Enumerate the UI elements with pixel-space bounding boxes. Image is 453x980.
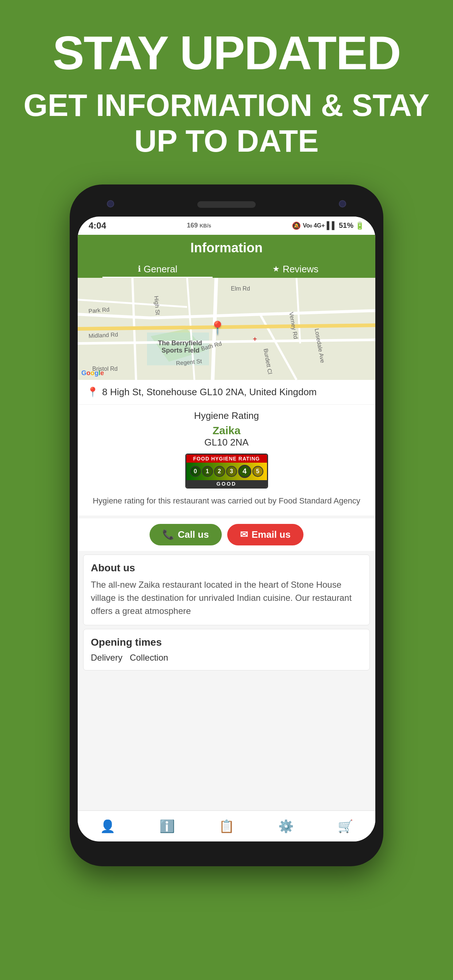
status-icons: 🔕 Vo₀ 4G+ ▌▌ 51% 🔋 xyxy=(292,221,364,230)
tab-reviews-label: Reviews xyxy=(283,264,318,275)
hygiene-restaurant-link[interactable]: Zaika xyxy=(85,425,368,437)
mute-icon: 🔕 xyxy=(292,221,301,230)
battery-icon: 🔋 xyxy=(355,221,364,230)
about-text: The all-new Zaika restaurant located in … xyxy=(91,578,362,617)
phone-camera-left xyxy=(107,200,114,207)
network-text: Vo₀ 4G+ xyxy=(303,222,325,229)
hygiene-num-1: 1 xyxy=(202,466,213,477)
phone-speaker xyxy=(197,201,256,208)
call-button[interactable]: 📞 Call us xyxy=(150,524,222,546)
hygiene-badge-inner: 0 1 2 3 4 5 xyxy=(187,463,267,480)
about-title: About us xyxy=(91,562,362,574)
google-logo: Google xyxy=(81,369,104,377)
nav-item-user[interactable]: 👤 xyxy=(100,819,115,834)
tab-reviews[interactable]: ★ Reviews xyxy=(226,259,364,278)
status-info: 169 KB/s xyxy=(187,222,211,229)
reviews-icon: ★ xyxy=(273,264,280,274)
status-time: 4:04 xyxy=(89,221,106,231)
call-icon: 📞 xyxy=(162,529,174,540)
map-area: Park Rd Midland Rd High St Elm Rd Verney… xyxy=(78,278,375,380)
email-icon: ✉ xyxy=(240,529,248,540)
hygiene-numbers: 0 1 2 3 4 5 xyxy=(190,465,263,478)
svg-text:+: + xyxy=(253,335,257,343)
email-button[interactable]: ✉ Email us xyxy=(227,524,303,546)
address-row: 📍 8 High St, Stonehouse GL10 2NA, United… xyxy=(78,380,375,405)
hygiene-num-0: 0 xyxy=(190,466,201,477)
hygiene-title: Hygiene Rating xyxy=(85,410,368,422)
address-pin-icon: 📍 xyxy=(87,387,99,398)
nav-item-info[interactable]: ℹ️ xyxy=(160,819,175,834)
app-title: Information xyxy=(85,240,368,256)
status-kb-unit: KB/s xyxy=(199,223,211,229)
hygiene-num-5: 5 xyxy=(252,466,263,477)
opening-tab-collection[interactable]: Collection xyxy=(130,652,168,663)
signal-icon: ▌▌ xyxy=(327,221,337,230)
hygiene-postcode: GL10 2NA xyxy=(85,437,368,448)
email-label: Email us xyxy=(252,529,291,540)
status-kb: 169 xyxy=(187,222,198,229)
tab-general-label: General xyxy=(144,264,178,275)
address-text: 8 High St, Stonehouse GL10 2NA, United K… xyxy=(102,387,317,398)
hygiene-badge-title: FOOD HYGIENE RATING xyxy=(193,456,260,461)
nav-item-settings[interactable]: ⚙️ xyxy=(278,819,293,834)
info-icon: ℹ️ xyxy=(160,819,175,834)
opening-card: Opening times Delivery Collection xyxy=(83,629,370,670)
hygiene-badge-label: GOOD xyxy=(187,480,267,487)
action-buttons: 📞 Call us ✉ Email us xyxy=(78,519,375,551)
svg-text:The Berryfield: The Berryfield xyxy=(158,339,202,347)
app-header: Information xyxy=(78,235,375,259)
opening-title: Opening times xyxy=(91,636,362,648)
phone-screen: 4:04 169 KB/s 🔕 Vo₀ 4G+ ▌▌ 51% 🔋 Informa… xyxy=(78,216,375,842)
phone-camera-right xyxy=(339,200,346,207)
phone-top-bar xyxy=(78,195,375,215)
hygiene-num-2: 2 xyxy=(214,466,225,477)
opening-tabs[interactable]: Delivery Collection xyxy=(91,652,362,663)
user-icon: 👤 xyxy=(100,819,115,834)
opening-tab-delivery[interactable]: Delivery xyxy=(91,652,123,663)
phone-wrapper: 4:04 169 KB/s 🔕 Vo₀ 4G+ ▌▌ 51% 🔋 Informa… xyxy=(0,185,453,866)
hero-title: STAY UPDATED xyxy=(22,29,431,76)
hygiene-desc: Hygiene rating for this restaurant was c… xyxy=(85,495,368,507)
svg-text:Elm Rd: Elm Rd xyxy=(231,285,250,292)
hygiene-num-3: 3 xyxy=(226,466,237,477)
cart-icon: 🛒 xyxy=(338,819,353,834)
hygiene-num-4-highlighted: 4 xyxy=(238,465,251,478)
battery-text: 51% xyxy=(339,221,353,230)
hygiene-badge-top: FOOD HYGIENE RATING xyxy=(187,455,267,463)
call-label: Call us xyxy=(178,529,209,540)
map-pin: 📍 xyxy=(209,320,226,336)
hygiene-badge: FOOD HYGIENE RATING 0 1 2 3 4 5 xyxy=(185,453,268,488)
hero-section: STAY UPDATED GET INFORMATION & STAY UP T… xyxy=(0,0,453,173)
content-area[interactable]: 📍 8 High St, Stonehouse GL10 2NA, United… xyxy=(78,380,375,811)
settings-icon: ⚙️ xyxy=(278,819,293,834)
tab-general[interactable]: ℹ General xyxy=(89,259,226,278)
phone-outer: 4:04 169 KB/s 🔕 Vo₀ 4G+ ▌▌ 51% 🔋 Informa… xyxy=(70,185,383,866)
hero-text-block: STAY UPDATED GET INFORMATION & STAY UP T… xyxy=(0,0,453,173)
general-icon: ℹ xyxy=(138,264,141,274)
menu-icon: 📋 xyxy=(219,819,234,834)
about-card: About us The all-new Zaika restaurant lo… xyxy=(83,555,370,625)
hero-subtitle: GET INFORMATION & STAY UP TO DATE xyxy=(22,88,431,159)
bottom-nav: 👤 ℹ️ 📋 ⚙️ 🛒 xyxy=(78,810,375,842)
status-bar: 4:04 169 KB/s 🔕 Vo₀ 4G+ ▌▌ 51% 🔋 xyxy=(78,216,375,235)
app-tabs[interactable]: ℹ General ★ Reviews xyxy=(78,259,375,278)
nav-item-cart[interactable]: 🛒 xyxy=(338,819,353,834)
svg-text:Sports Field: Sports Field xyxy=(161,347,199,354)
hygiene-section: Hygiene Rating Zaika GL10 2NA FOOD HYGIE… xyxy=(78,405,375,519)
nav-item-menu[interactable]: 📋 xyxy=(219,819,234,834)
